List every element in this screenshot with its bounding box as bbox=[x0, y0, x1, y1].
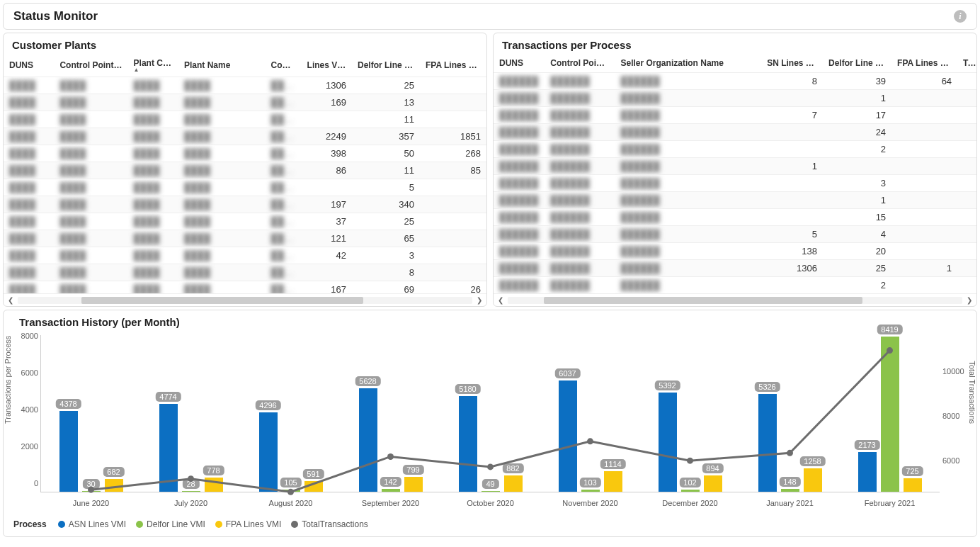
bar[interactable]: 8419 bbox=[881, 335, 899, 492]
scroll-right-icon[interactable]: ❯ bbox=[472, 296, 486, 304]
table-row[interactable]: ████████████████████130625 bbox=[4, 77, 486, 94]
column-header[interactable]: Plant Code▲ bbox=[128, 54, 178, 77]
bar-label: 882 bbox=[502, 463, 523, 473]
table-row[interactable]: ████████████████████22493571851 bbox=[4, 128, 486, 145]
y-tick: 8000 bbox=[13, 332, 38, 340]
legend-item-fpa[interactable]: FPA Lines VMI bbox=[215, 519, 281, 529]
column-header[interactable]: Delfor Line VMI bbox=[352, 54, 420, 77]
customer-plants-hscroll[interactable]: ❮ ❯ bbox=[4, 293, 486, 306]
table-row[interactable]: ██████████████████83964 bbox=[494, 73, 976, 90]
bar[interactable]: 105 bbox=[282, 335, 300, 492]
scroll-left-icon[interactable]: ❮ bbox=[494, 296, 508, 304]
column-header[interactable]: Seller Organization Name bbox=[615, 54, 762, 73]
bar[interactable]: 5326 bbox=[758, 335, 777, 492]
bar[interactable]: 4378 bbox=[59, 335, 78, 492]
table-row[interactable]: ██████████████████1 bbox=[494, 192, 976, 209]
table-row[interactable]: ██████████████████54 bbox=[494, 226, 976, 243]
scroll-left-icon[interactable]: ❮ bbox=[4, 296, 18, 304]
bar[interactable]: 591 bbox=[304, 335, 323, 492]
column-header[interactable]: Lines VMI bbox=[302, 54, 352, 77]
table-row[interactable]: ████████████████████16913 bbox=[4, 94, 486, 111]
bar-label: 5326 bbox=[754, 382, 780, 392]
column-header[interactable]: Delfor Line VMI bbox=[823, 54, 891, 73]
table-row[interactable]: ████████████████████8 bbox=[4, 264, 486, 281]
x-category: August 2020 bbox=[241, 499, 341, 507]
bar[interactable]: 5180 bbox=[459, 335, 477, 492]
column-header[interactable]: DUNS bbox=[494, 54, 545, 73]
table-row[interactable]: ████████████████████3725 bbox=[4, 213, 486, 230]
x-category: June 2020 bbox=[41, 499, 141, 507]
bar[interactable]: 142 bbox=[382, 335, 400, 492]
bar[interactable]: 49 bbox=[482, 335, 500, 492]
bar[interactable]: 5628 bbox=[359, 335, 377, 492]
table-row[interactable]: ████████████████████1676926 bbox=[4, 281, 486, 294]
bar[interactable]: 4296 bbox=[259, 335, 278, 492]
transaction-history-chart[interactable]: Transactions per Process Total Transacti… bbox=[11, 335, 969, 512]
column-header[interactable]: Plant Name bbox=[178, 54, 266, 77]
table-row[interactable]: ████████████████████11 bbox=[4, 111, 486, 128]
bar[interactable]: 1258 bbox=[804, 335, 822, 492]
bar-group: 437830682 bbox=[41, 335, 141, 492]
column-header[interactable]: FPA Lines VMI bbox=[420, 54, 486, 77]
bar[interactable]: 148 bbox=[781, 335, 799, 492]
table-row[interactable]: ██████████████████15 bbox=[494, 209, 976, 226]
table-row[interactable]: ██████████████████2 bbox=[494, 277, 976, 294]
bar[interactable]: 28 bbox=[182, 335, 200, 492]
column-header[interactable]: To bbox=[957, 54, 976, 73]
bar[interactable]: 102 bbox=[681, 335, 700, 492]
table-row[interactable]: ████████████████████39850268 bbox=[4, 145, 486, 162]
column-header[interactable]: SN Lines VMI bbox=[761, 54, 823, 73]
y-tick: 0 bbox=[13, 479, 38, 487]
legend-item-delfor[interactable]: Delfor Line VMI bbox=[136, 519, 205, 529]
column-header[interactable]: Control Point ID bbox=[54, 54, 127, 77]
customer-plants-panel: Customer Plants DUNSControl Point IDPlan… bbox=[3, 33, 487, 307]
customer-plants-table-scroll[interactable]: DUNSControl Point IDPlant Code▲Plant Nam… bbox=[4, 54, 486, 293]
transactions-hscroll[interactable]: ❮ ❯ bbox=[494, 293, 976, 306]
bar-label: 725 bbox=[901, 466, 923, 476]
bar[interactable]: 778 bbox=[205, 335, 223, 492]
bar[interactable]: 30 bbox=[82, 335, 101, 492]
bar[interactable]: 682 bbox=[105, 335, 123, 492]
chart-legend: Process ASN Lines VMI Delfor Line VMI FP… bbox=[11, 512, 969, 532]
table-row[interactable]: ██████████████████2 bbox=[494, 141, 976, 158]
bar-group: 5392102894 bbox=[640, 335, 740, 492]
table-row[interactable]: ██████████████████1 bbox=[494, 158, 976, 175]
legend-item-total[interactable]: TotalTransactions bbox=[291, 519, 368, 529]
transactions-table-scroll[interactable]: DUNSControl Point IDSeller Organization … bbox=[494, 54, 976, 293]
table-row[interactable]: ████████████████████5 bbox=[4, 179, 486, 196]
table-row[interactable]: ██████████████████717 bbox=[494, 107, 976, 124]
legend-item-asn[interactable]: ASN Lines VMI bbox=[58, 519, 126, 529]
table-row[interactable]: ██████████████████24 bbox=[494, 124, 976, 141]
transactions-per-process-panel: Transactions per Process DUNSControl Poi… bbox=[493, 33, 977, 307]
column-header[interactable]: Country bbox=[266, 54, 302, 77]
table-row[interactable]: ████████████████████12165 bbox=[4, 230, 486, 247]
table-row[interactable]: ████████████████████197340 bbox=[4, 196, 486, 213]
bar[interactable]: 1114 bbox=[604, 335, 622, 492]
column-header[interactable]: DUNS bbox=[4, 54, 54, 77]
bar-label: 1258 bbox=[799, 456, 825, 466]
table-row[interactable]: ██████████████████1306251 bbox=[494, 260, 976, 277]
table-row[interactable]: ██████████████████1 bbox=[494, 90, 976, 107]
bar-label: 5392 bbox=[654, 380, 680, 390]
bar-label: 799 bbox=[402, 465, 423, 475]
x-category: July 2020 bbox=[141, 499, 241, 507]
info-icon[interactable]: i bbox=[954, 10, 967, 23]
bar-group: 60371031114 bbox=[540, 335, 640, 492]
table-row[interactable]: ████████████████████861185 bbox=[4, 162, 486, 179]
bar[interactable]: 882 bbox=[504, 335, 523, 492]
column-header[interactable]: Control Point ID bbox=[545, 54, 615, 73]
transactions-per-process-table: DUNSControl Point IDSeller Organization … bbox=[494, 54, 976, 293]
bar[interactable]: 894 bbox=[704, 335, 722, 492]
bar[interactable]: 2173 bbox=[858, 335, 877, 492]
table-row[interactable]: ██████████████████3 bbox=[494, 175, 976, 192]
table-row[interactable]: ██████████████████13820 bbox=[494, 243, 976, 260]
bar[interactable]: 725 bbox=[904, 335, 922, 492]
bar[interactable]: 6037 bbox=[559, 335, 577, 492]
table-row[interactable]: ████████████████████423 bbox=[4, 247, 486, 264]
bar[interactable]: 103 bbox=[581, 335, 600, 492]
bar[interactable]: 4774 bbox=[159, 335, 178, 492]
bar[interactable]: 799 bbox=[404, 335, 423, 492]
bar[interactable]: 5392 bbox=[659, 335, 677, 492]
column-header[interactable]: FPA Lines VMI bbox=[891, 54, 957, 73]
scroll-right-icon[interactable]: ❯ bbox=[962, 296, 976, 304]
